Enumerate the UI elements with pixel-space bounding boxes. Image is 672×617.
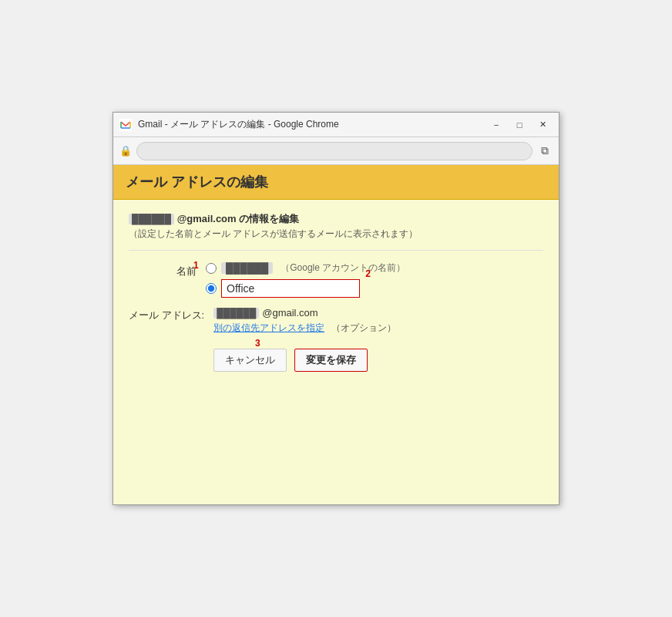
google-account-sublabel: （Google アカウントの名前） xyxy=(281,261,405,275)
external-link-icon[interactable]: ⧉ xyxy=(537,143,553,159)
name-form-row: 名前 1 ██████ （Google アカウントの名前） xyxy=(129,261,543,298)
email-display: ██████ @gmail.com xyxy=(213,307,395,319)
reply-optional: （オプション） xyxy=(331,322,396,333)
email-value: ██████ @gmail.com 別の返信先アドレスを指定 （オプション） xyxy=(213,307,395,335)
custom-name-input[interactable] xyxy=(221,279,360,298)
annotation-2: 2 xyxy=(365,268,371,279)
browser-window: Gmail - メール アドレスの編集 - Google Chrome − □ … xyxy=(113,112,559,505)
page-body: ██████ @gmail.com の情報を編集 （設定した名前とメール アドレ… xyxy=(113,200,559,384)
account-desc: （設定した名前とメール アドレスが送信するメールに表示されます） xyxy=(129,228,543,241)
radio-row-1: 1 ██████ （Google アカウントの名前） xyxy=(206,261,405,275)
account-email-domain: @gmail.com の情報を編集 xyxy=(177,213,300,224)
page-header: メール アドレスの編集 xyxy=(113,165,559,200)
email-blurred: ██████ xyxy=(213,308,259,319)
browser-title: Gmail - メール アドレスの編集 - Google Chrome xyxy=(138,118,480,131)
url-input[interactable] xyxy=(136,142,533,160)
cancel-button[interactable]: キャンセル xyxy=(213,349,287,372)
radio-custom-name[interactable] xyxy=(206,283,217,294)
account-email-addr: ██████ xyxy=(129,214,174,224)
maximize-button[interactable]: □ xyxy=(509,117,529,133)
page-title: メール アドレスの編集 xyxy=(126,174,268,190)
annotation-1: 1 xyxy=(193,260,199,271)
account-email: ██████ @gmail.com の情報を編集 xyxy=(129,212,543,226)
favicon-icon xyxy=(119,119,132,131)
save-button[interactable]: 変更を保存 xyxy=(294,349,368,372)
page-content: メール アドレスの編集 ██████ @gmail.com の情報を編集 （設定… xyxy=(113,165,559,504)
window-controls: − □ ✕ xyxy=(486,117,553,133)
lock-icon: 🔒 xyxy=(119,145,132,157)
radio-label-1: ██████ xyxy=(221,262,273,274)
account-info: ██████ @gmail.com の情報を編集 （設定した名前とメール アドレ… xyxy=(129,212,543,251)
reply-link-row: 別の返信先アドレスを指定 （オプション） xyxy=(213,320,395,335)
name-controls: 1 ██████ （Google アカウントの名前） 2 xyxy=(206,261,405,298)
reply-link[interactable]: 別の返信先アドレスを指定 xyxy=(213,322,324,333)
close-button[interactable]: ✕ xyxy=(533,117,553,133)
titlebar: Gmail - メール アドレスの編集 - Google Chrome − □ … xyxy=(113,113,559,137)
email-domain: @gmail.com xyxy=(262,307,318,319)
address-bar: 🔒 ⧉ xyxy=(113,137,559,165)
radio-google-account[interactable] xyxy=(206,263,217,274)
email-form-row: メール アドレス: ██████ @gmail.com 別の返信先アドレスを指定… xyxy=(129,307,543,335)
minimize-button[interactable]: − xyxy=(486,117,506,133)
radio-row-2: 2 xyxy=(206,279,405,298)
buttons-row: 3 キャンセル 変更を保存 xyxy=(129,349,543,372)
email-label: メール アドレス: xyxy=(129,307,213,322)
form-section: 名前 1 ██████ （Google アカウントの名前） xyxy=(129,261,543,372)
annotation-3: 3 xyxy=(255,338,260,349)
